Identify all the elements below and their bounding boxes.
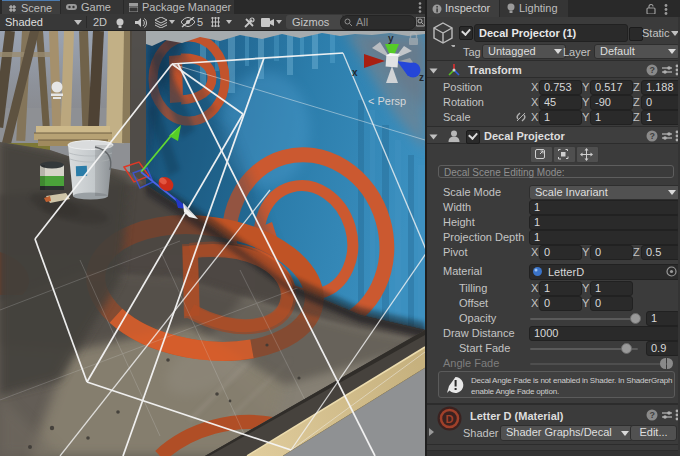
svg-text:z: z xyxy=(419,72,424,83)
svg-text:D: D xyxy=(446,413,454,425)
svg-text:?: ? xyxy=(649,131,655,141)
svg-text:?: ? xyxy=(649,65,655,75)
svg-text:< Persp: < Persp xyxy=(368,95,406,107)
svg-text:x: x xyxy=(352,67,358,78)
svg-text:y: y xyxy=(388,33,394,44)
svg-text:?: ? xyxy=(649,410,655,420)
